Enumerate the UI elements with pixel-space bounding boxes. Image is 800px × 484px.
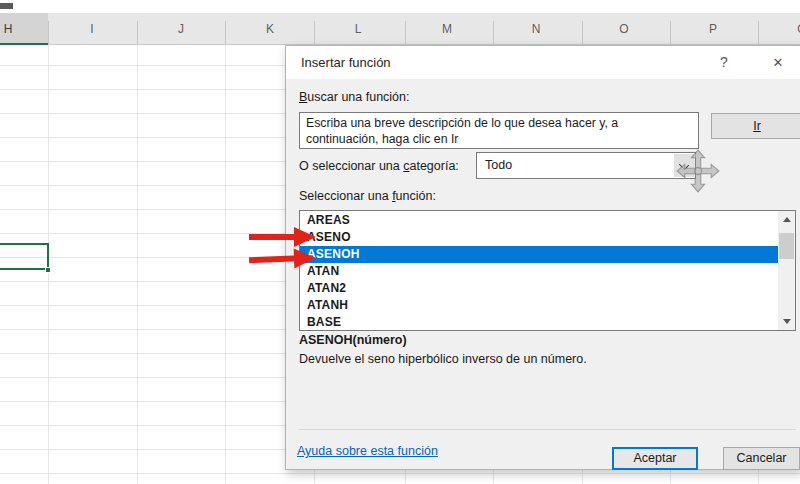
column-header-label: H: [0, 13, 18, 45]
help-link[interactable]: Ayuda sobre esta función: [297, 444, 438, 458]
column-separator: [48, 21, 49, 45]
column-separator: [758, 21, 759, 45]
category-value: Todo: [485, 153, 512, 178]
red-arrow-annotation: [249, 246, 318, 272]
grid-line: [225, 45, 226, 484]
category-label: O seleccionar una categoría:: [299, 159, 459, 173]
column-header[interactable]: I: [77, 13, 107, 45]
column-header[interactable]: J: [166, 13, 196, 45]
ui-fragment-chip: [0, 3, 13, 9]
dialog-titlebar[interactable]: Insertar función ? ✕: [286, 46, 800, 79]
function-list-item[interactable]: ATANH: [300, 297, 778, 314]
function-listbox[interactable]: AREASASENOASENOHATANATAN2ATANHBASE: [299, 210, 796, 331]
help-button[interactable]: ?: [708, 46, 740, 79]
grid-line: [137, 45, 138, 484]
function-list-items: AREASASENOASENOHATANATAN2ATANHBASE: [300, 212, 778, 331]
dialog-title: Insertar función: [301, 46, 391, 79]
column-header[interactable]: M: [432, 13, 462, 45]
column-header[interactable]: K: [255, 13, 285, 45]
scroll-down-icon[interactable]: [778, 313, 795, 330]
column-header[interactable]: O: [609, 13, 639, 45]
search-label: Buscar una función:: [299, 90, 410, 104]
column-separator: [137, 21, 138, 45]
function-signature: ASENOH(número): [299, 333, 407, 347]
move-cursor-icon: [676, 149, 720, 193]
function-list-item[interactable]: ASENOH: [300, 246, 778, 263]
column-separator: [670, 21, 671, 45]
column-header[interactable]: P: [698, 13, 728, 45]
function-list-item[interactable]: ATAN: [300, 263, 778, 280]
column-separator: [314, 21, 315, 45]
column-separator: [405, 21, 406, 45]
insert-function-dialog: Insertar función ? ✕ Buscar una función:…: [285, 45, 800, 470]
column-header[interactable]: N: [521, 13, 551, 45]
column-header-band: H I J K L M N O P Q: [0, 13, 800, 45]
select-function-label: Seleccionar una función:: [299, 189, 436, 203]
column-separator: [582, 21, 583, 45]
function-description: Devuelve el seno hiperbólico inverso de …: [299, 352, 587, 366]
scrollbar-thumb[interactable]: [779, 233, 794, 259]
function-list-item[interactable]: ATAN2: [300, 280, 778, 297]
function-list-item[interactable]: ASENO: [300, 229, 778, 246]
accept-button[interactable]: Aceptar: [612, 447, 698, 470]
selected-cell[interactable]: [0, 243, 49, 270]
top-strip: [0, 0, 800, 13]
column-header-selected[interactable]: H: [0, 13, 48, 45]
column-header[interactable]: L: [343, 13, 373, 45]
column-header[interactable]: Q: [787, 13, 800, 45]
category-dropdown[interactable]: Todo: [476, 152, 696, 179]
column-separator: [493, 21, 494, 45]
column-separator: [225, 21, 226, 45]
function-list-item[interactable]: BASE: [300, 314, 778, 331]
scrollbar[interactable]: [778, 211, 795, 330]
search-input[interactable]: Escriba una breve descripción de lo que …: [299, 112, 699, 149]
function-list-item[interactable]: AREAS: [300, 212, 778, 229]
close-icon[interactable]: ✕: [762, 46, 794, 79]
divider: [299, 429, 796, 430]
scroll-up-icon[interactable]: [778, 211, 795, 228]
go-button[interactable]: Ir: [711, 113, 800, 139]
fill-handle[interactable]: [45, 267, 51, 273]
cancel-button[interactable]: Cancelar: [723, 447, 800, 470]
